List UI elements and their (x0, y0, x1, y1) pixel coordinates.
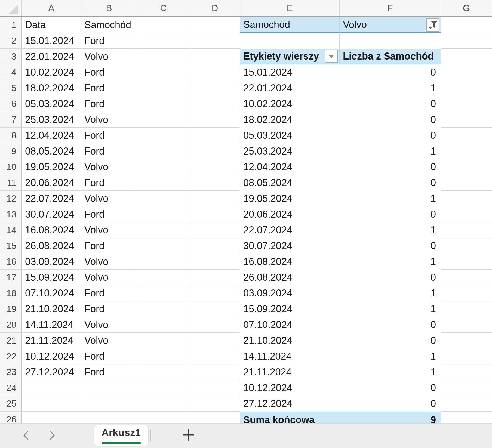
cell-D15[interactable] (190, 238, 240, 254)
cell-B8[interactable]: Ford (81, 128, 137, 143)
row-header-24[interactable]: 24 (0, 380, 22, 396)
cell-D12[interactable] (190, 191, 240, 206)
cell-A7[interactable]: 25.03.2024 (22, 112, 81, 128)
cell-E3[interactable]: Etykiety wierszy (240, 49, 340, 64)
cell-F6[interactable]: 0 (340, 96, 441, 112)
cell-A3[interactable]: 22.01.2024 (22, 49, 81, 64)
cell-C8[interactable] (137, 128, 190, 143)
column-header-C[interactable]: C (137, 0, 190, 16)
cell-C20[interactable] (137, 317, 190, 333)
cell-G11[interactable] (441, 175, 492, 191)
cell-G23[interactable] (441, 364, 492, 380)
cell-G21[interactable] (441, 333, 492, 348)
cell-D9[interactable] (190, 143, 240, 159)
cell-F3[interactable]: Liczba z Samochód (340, 49, 441, 64)
row-header-21[interactable]: 21 (0, 333, 22, 348)
cell-C14[interactable] (137, 222, 190, 238)
cell-G16[interactable] (441, 254, 492, 270)
row-header-6[interactable]: 6 (0, 96, 22, 112)
cell-D16[interactable] (190, 254, 240, 270)
cell-F5[interactable]: 1 (340, 80, 441, 96)
cell-C23[interactable] (137, 364, 190, 380)
cell-D13[interactable] (190, 206, 240, 222)
row-header-25[interactable]: 25 (0, 396, 22, 412)
row-header-16[interactable]: 16 (0, 254, 22, 270)
row-header-10[interactable]: 10 (0, 159, 22, 175)
cell-D24[interactable] (190, 380, 240, 396)
row-header-2[interactable]: 2 (0, 33, 22, 49)
cell-E24[interactable]: 10.12.2024 (240, 380, 340, 396)
cell-F2[interactable] (340, 33, 441, 49)
cell-F25[interactable]: 0 (340, 396, 441, 412)
cell-E7[interactable]: 18.02.2024 (240, 112, 340, 128)
cell-F21[interactable]: 0 (340, 333, 441, 348)
cell-G13[interactable] (441, 206, 492, 222)
cell-G15[interactable] (441, 238, 492, 254)
cell-A19[interactable]: 21.10.2024 (22, 301, 81, 317)
cell-F11[interactable]: 0 (340, 175, 441, 191)
select-all-corner[interactable] (0, 0, 22, 16)
cell-F14[interactable]: 1 (340, 222, 441, 238)
cell-B25[interactable] (81, 396, 137, 412)
row-header-4[interactable]: 4 (0, 64, 22, 80)
cell-B9[interactable]: Ford (81, 143, 137, 159)
column-header-D[interactable]: D (190, 0, 240, 16)
cell-B24[interactable] (81, 380, 137, 396)
cell-D21[interactable] (190, 333, 240, 348)
cell-E8[interactable]: 05.03.2024 (240, 128, 340, 143)
cell-F7[interactable]: 0 (340, 112, 441, 128)
cell-B13[interactable]: Ford (81, 206, 137, 222)
cell-C22[interactable] (137, 348, 190, 364)
cell-E19[interactable]: 15.09.2024 (240, 301, 340, 317)
cell-E20[interactable]: 07.10.2024 (240, 317, 340, 333)
cell-G14[interactable] (441, 222, 492, 238)
cell-E9[interactable]: 25.03.2024 (240, 143, 340, 159)
cell-A8[interactable]: 12.04.2024 (22, 128, 81, 143)
row-header-7[interactable]: 7 (0, 112, 22, 128)
cell-E17[interactable]: 26.08.2024 (240, 270, 340, 285)
cell-D8[interactable] (190, 128, 240, 143)
cell-A2[interactable]: 15.01.2024 (22, 33, 81, 49)
cell-B4[interactable]: Ford (81, 64, 137, 80)
cell-G4[interactable] (441, 64, 492, 80)
row-header-9[interactable]: 9 (0, 143, 22, 159)
cell-D10[interactable] (190, 159, 240, 175)
cell-B14[interactable]: Volvo (81, 222, 137, 238)
cell-F19[interactable]: 1 (340, 301, 441, 317)
cell-C5[interactable] (137, 80, 190, 96)
column-header-G[interactable]: G (441, 0, 492, 16)
cell-E1[interactable]: Samochód (240, 17, 340, 33)
cell-B10[interactable]: Volvo (81, 159, 137, 175)
cell-E23[interactable]: 21.11.2024 (240, 364, 340, 380)
row-header-8[interactable]: 8 (0, 128, 22, 143)
cell-D14[interactable] (190, 222, 240, 238)
cell-F9[interactable]: 1 (340, 143, 441, 159)
cell-G20[interactable] (441, 317, 492, 333)
row-header-17[interactable]: 17 (0, 270, 22, 285)
cell-F8[interactable]: 0 (340, 128, 441, 143)
cell-F24[interactable]: 0 (340, 380, 441, 396)
column-header-F[interactable]: F (340, 0, 441, 16)
row-header-18[interactable]: 18 (0, 285, 22, 301)
cell-F4[interactable]: 0 (340, 64, 441, 80)
row-header-1[interactable]: 1 (0, 17, 22, 33)
cell-B15[interactable]: Ford (81, 238, 137, 254)
cell-C6[interactable] (137, 96, 190, 112)
cell-E2[interactable] (240, 33, 340, 49)
cell-G10[interactable] (441, 159, 492, 175)
cell-G5[interactable] (441, 80, 492, 96)
cell-G7[interactable] (441, 112, 492, 128)
cell-C16[interactable] (137, 254, 190, 270)
cell-A14[interactable]: 16.08.2024 (22, 222, 81, 238)
cell-B3[interactable]: Volvo (81, 49, 137, 64)
cell-B5[interactable]: Ford (81, 80, 137, 96)
cell-F15[interactable]: 0 (340, 238, 441, 254)
cell-A24[interactable] (22, 380, 81, 396)
cell-G25[interactable] (441, 396, 492, 412)
cell-E15[interactable]: 30.07.2024 (240, 238, 340, 254)
column-header-E[interactable]: E (240, 0, 340, 16)
cell-D18[interactable] (190, 285, 240, 301)
cell-C21[interactable] (137, 333, 190, 348)
cell-E4[interactable]: 15.01.2024 (240, 64, 340, 80)
cell-G12[interactable] (441, 191, 492, 206)
